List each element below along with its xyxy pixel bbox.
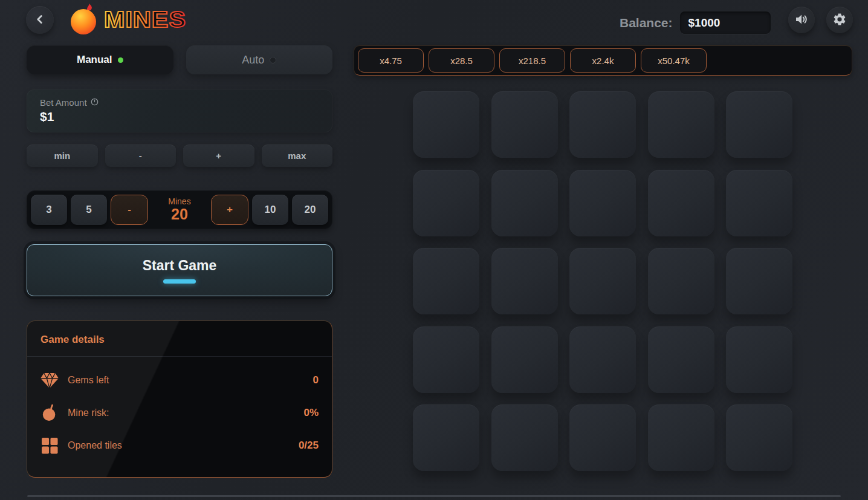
bet-max-button[interactable]: max (262, 144, 333, 167)
manual-active-dot (118, 57, 123, 63)
tile[interactable] (413, 404, 479, 471)
opened-tiles-row: Opened tiles 0/25 (40, 437, 319, 455)
multiplier-bar: x4.75 x28.5 x218.5 x2.4k x50.47k (354, 45, 852, 76)
start-game-label: Start Game (143, 258, 217, 274)
tab-manual-label: Manual (77, 54, 112, 66)
multiplier-chip: x218.5 (499, 48, 565, 73)
tab-manual[interactable]: Manual (27, 45, 173, 74)
settings-button[interactable] (826, 7, 853, 33)
opened-tiles-label: Opened tiles (68, 440, 122, 451)
mines-app: MINES Balance: $1000 Manual Auto (0, 0, 868, 500)
mines-preset-20[interactable]: 20 (292, 195, 328, 225)
mines-selector: 3 5 - Mines 20 + 10 20 (27, 190, 332, 229)
tile[interactable] (413, 248, 479, 314)
start-game-button[interactable]: Start Game (27, 244, 332, 296)
gems-left-value: 0 (313, 374, 319, 386)
tile[interactable] (491, 404, 558, 471)
svg-text:MINES: MINES (104, 7, 186, 32)
multiplier-chip: x2.4k (570, 48, 636, 73)
bet-minus-button[interactable]: - (105, 144, 177, 167)
mines-preset-5[interactable]: 5 (71, 195, 107, 225)
mines-count-display: Mines 20 (152, 197, 207, 223)
balance: Balance: $1000 (620, 11, 771, 34)
tile[interactable] (491, 91, 558, 158)
info-icon (91, 97, 99, 108)
tile[interactable] (726, 170, 792, 236)
divider (27, 356, 332, 357)
mine-risk-value: 0% (303, 407, 319, 419)
tile[interactable] (413, 91, 479, 158)
bet-plus-button[interactable]: + (183, 144, 254, 167)
bottom-divider (27, 495, 841, 497)
mines-count-value: 20 (152, 206, 207, 223)
bomb-icon (40, 404, 59, 421)
bet-min-button[interactable]: min (27, 144, 98, 167)
mines-increase-button[interactable]: + (211, 195, 248, 225)
tile[interactable] (491, 248, 558, 314)
tile[interactable] (569, 170, 636, 236)
tile[interactable] (726, 248, 792, 314)
speaker-icon (794, 12, 809, 28)
opened-tiles-value: 0/25 (299, 440, 319, 452)
mode-tabs: Manual Auto (27, 45, 332, 74)
start-game-underline (163, 279, 196, 284)
tile[interactable] (726, 91, 792, 158)
tile[interactable] (413, 326, 479, 393)
auto-toggle-dot (270, 57, 276, 63)
gem-icon (40, 372, 59, 389)
logo-text: MINES (103, 5, 189, 36)
tile[interactable] (648, 326, 714, 393)
tiles-icon (40, 438, 59, 454)
tile[interactable] (569, 404, 636, 471)
back-button[interactable] (26, 6, 54, 34)
chevron-left-icon (33, 13, 47, 28)
tile[interactable] (569, 248, 636, 314)
tab-auto[interactable]: Auto (186, 45, 333, 74)
bet-amount-label: Bet Amount (40, 97, 87, 108)
mines-count-caption: Mines (152, 197, 207, 206)
tile[interactable] (648, 170, 714, 236)
bet-amount-value: $1 (40, 109, 319, 124)
multiplier-chip: x4.75 (358, 48, 424, 73)
balance-label: Balance: (620, 16, 673, 30)
tile[interactable] (726, 326, 792, 393)
mine-risk-row: Mine risk: 0% (40, 404, 319, 422)
bet-amount-field[interactable]: Bet Amount $1 (27, 89, 332, 132)
tile[interactable] (648, 91, 714, 158)
tab-auto-label: Auto (242, 54, 264, 67)
multiplier-chip: x50.47k (641, 48, 707, 73)
balance-value: $1000 (688, 16, 721, 30)
logo: MINES (66, 2, 189, 39)
mines-decrease-button[interactable]: - (111, 195, 148, 225)
gear-icon (832, 12, 847, 28)
tile[interactable] (648, 404, 714, 471)
game-board (413, 91, 792, 471)
bomb-logo-icon (66, 2, 103, 39)
game-details-title: Game details (40, 334, 319, 346)
gems-left-label: Gems left (68, 375, 109, 386)
balance-value-box: $1000 (680, 11, 771, 34)
mine-risk-label: Mine risk: (68, 407, 109, 418)
tile[interactable] (726, 404, 792, 471)
tile[interactable] (491, 326, 558, 393)
mines-preset-3[interactable]: 3 (31, 195, 67, 225)
gems-left-row: Gems left 0 (40, 371, 319, 389)
game-details-panel: Game details Gems left 0 Mine risk: 0% (27, 320, 332, 478)
tile[interactable] (569, 326, 636, 393)
tile[interactable] (569, 91, 636, 158)
tile[interactable] (491, 170, 558, 236)
sound-button[interactable] (788, 7, 815, 33)
multiplier-chip: x28.5 (429, 48, 494, 73)
bet-buttons: min - + max (27, 144, 332, 167)
tile[interactable] (413, 170, 479, 236)
mines-preset-10[interactable]: 10 (252, 195, 288, 225)
tile[interactable] (648, 248, 714, 314)
